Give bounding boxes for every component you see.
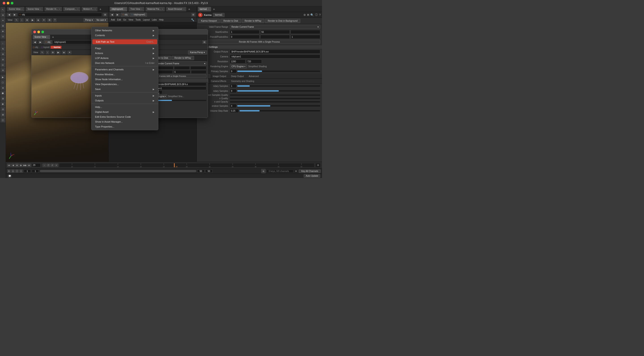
cm-lop-actions[interactable]: LOP Actions ▶	[92, 56, 158, 60]
cm-actions[interactable]: Actions ▶	[92, 51, 158, 56]
cm-flags[interactable]: Flags ▶	[92, 46, 158, 51]
next-frame-btn[interactable]: ▶▶	[23, 164, 27, 167]
view-btn-5[interactable]: ◈	[36, 18, 41, 22]
btn-render-mplay[interactable]: Render to MPlay	[242, 19, 264, 23]
tab-composit[interactable]: Composit... ×	[63, 7, 80, 12]
tool-3[interactable]: ✦	[0, 18, 5, 23]
tool-20[interactable]: ⊠	[0, 112, 5, 117]
kw-vfr-dropdown[interactable]: Render Current Frame ▾	[156, 61, 206, 65]
kw-view-btn6[interactable]: ✦	[67, 50, 72, 55]
tab-geometry-shading[interactable]: Geometry and Shading	[229, 79, 257, 83]
tool-8[interactable]: ⇅	[0, 46, 5, 51]
kw-path-obj[interactable]: ⬡ obj	[44, 40, 52, 44]
add-tab-icon[interactable]: +	[98, 7, 102, 11]
channel-keys-btn[interactable]: ⊕	[261, 169, 266, 173]
tab-scene-view-1[interactable]: Scene View ×	[7, 7, 24, 12]
middle-path-ropnet[interactable]: ⬡ /obj/ropnet1	[130, 13, 147, 17]
tool-19[interactable]: ⊟	[0, 107, 5, 112]
close-icon[interactable]: ×	[59, 8, 60, 10]
tab-asset-browser[interactable]: Asset Browser ×	[166, 7, 186, 12]
inc-val[interactable]	[290, 30, 320, 34]
preroll-v2[interactable]	[260, 35, 290, 39]
auto-update-button[interactable]: Auto Update	[304, 174, 320, 178]
middle-nav-fwd[interactable]: ▶	[115, 12, 120, 17]
cm-show-asset-mgr[interactable]: Show in Asset Manager...	[92, 119, 158, 124]
tool-10[interactable]: ⊛	[0, 57, 5, 62]
close-icon[interactable]: ×	[22, 8, 22, 10]
btn-render-background[interactable]: Render to Disk in Background	[265, 19, 300, 23]
cm-preview-window[interactable]: Preview Window...	[92, 72, 158, 77]
primary-samples-slider[interactable]	[237, 71, 320, 72]
volume-step-slider[interactable]	[240, 110, 320, 111]
close-icon[interactable]: ×	[124, 8, 126, 10]
kw-se-3[interactable]	[190, 66, 206, 70]
menu-edit[interactable]: Edit	[116, 18, 122, 21]
range-end-2[interactable]: 50	[205, 169, 212, 173]
audio-btn[interactable]: ♪	[42, 164, 46, 167]
frame-range-start[interactable]: 1	[24, 169, 31, 173]
frame-range-slider[interactable]	[40, 170, 196, 172]
persp-dropdown[interactable]: Persp ▾	[84, 18, 94, 22]
view-btn-1[interactable]: ↖	[14, 18, 19, 22]
kw-pr-3[interactable]	[191, 70, 206, 74]
tab-karma1[interactable]: karma1 ×	[198, 7, 211, 12]
close-icon[interactable]: ×	[183, 8, 184, 10]
view-btn-7[interactable]: ⚙	[47, 18, 52, 22]
kw-tab-scene-view[interactable]: Scene View ×	[32, 35, 50, 39]
current-frame-input[interactable]: 29	[32, 163, 41, 167]
tab-material-pal[interactable]: Material Pal... ×	[145, 7, 165, 12]
cm-edit-extra[interactable]: Edit Extra Sections Source Code	[92, 114, 158, 119]
menu-layout[interactable]: Layout	[142, 18, 150, 21]
view-btn-6[interactable]: ✦	[41, 18, 46, 22]
cm-type-props[interactable]: Type Properties...	[92, 124, 158, 129]
tool-6[interactable]: ⊙	[0, 34, 5, 39]
anim-btn[interactable]: ⬡	[15, 169, 19, 173]
cm-edit-path[interactable]: Edit Path as Text Cmd+L	[92, 39, 157, 44]
end-val[interactable]: 56	[260, 30, 290, 34]
kw-cam-val[interactable]: /obj/cam1	[151, 86, 206, 90]
tab-ropnet[interactable]: /obj/ropnet1 ×	[110, 7, 128, 12]
primary-samples-val[interactable]: 9	[230, 69, 236, 73]
gear-icon[interactable]: ⚙	[304, 13, 306, 16]
cm-digital-asset[interactable]: Digital Asset ▶	[92, 109, 158, 114]
start-val[interactable]: 1	[230, 30, 260, 34]
kw-nav-fwd[interactable]: ▶	[38, 40, 43, 44]
quality-slider[interactable]	[230, 98, 320, 99]
menu-help[interactable]: Help	[158, 18, 164, 21]
kw-ps-slider[interactable]	[157, 100, 206, 101]
cm-params-channels[interactable]: Parameters and Channels ▶	[92, 67, 158, 72]
boundary-samples-1-slider[interactable]	[237, 85, 320, 87]
kw-nav-back[interactable]: ◀	[32, 40, 37, 44]
karma-node-name[interactable]: karma1	[213, 13, 224, 17]
middle-path-obj[interactable]: ⬡ obj	[121, 13, 129, 17]
realtime-btn[interactable]: ⏱	[46, 164, 50, 167]
tool-2[interactable]: ⊕	[0, 12, 5, 17]
settings-btn[interactable]: ≡	[54, 164, 58, 167]
tool-4[interactable]: ⊞	[0, 23, 5, 28]
close-button[interactable]	[3, 2, 5, 4]
cm-contents[interactable]: Contents ▶	[92, 33, 158, 38]
close-icon[interactable]: ×	[141, 8, 142, 10]
middle-nav-back[interactable]: ◀	[110, 12, 114, 17]
color-opacity-slider[interactable]	[230, 101, 320, 103]
kw-view-btn1[interactable]: ↖	[40, 50, 45, 55]
output-picture-val[interactable]: $HIP/render/$HIPNAME.$OS.$F4.exr	[230, 50, 320, 54]
karma-window-close[interactable]	[33, 31, 36, 33]
timeline-ruler[interactable]: 20 22 24 26 28 29	[59, 163, 314, 168]
kw-pr-2[interactable]: 6	[173, 70, 190, 74]
cm-outputs[interactable]: Outputs ▶	[92, 98, 158, 103]
tool-21[interactable]: ◫	[0, 118, 5, 122]
menu-labs[interactable]: Labs	[151, 18, 158, 21]
keys-chevron-icon[interactable]: ▾	[294, 169, 298, 173]
btn-render-disk[interactable]: Render to Disk	[220, 19, 241, 23]
loop-btn[interactable]: ↺	[50, 164, 54, 167]
kw-bc-lopnet[interactable]: ⬡ lopnet	[41, 46, 50, 48]
preroll-v3[interactable]: 1	[290, 35, 320, 39]
cm-other-networks[interactable]: Other Networks ▶	[92, 28, 158, 33]
tab-advanced[interactable]: Advanced	[246, 74, 261, 78]
kw-add-tab[interactable]: +	[51, 35, 55, 39]
kw-view-btn3[interactable]: ⊕	[50, 50, 55, 55]
kw-op-val[interactable]: $HIP/render/$HIPNAME.$OS.$F4.e	[151, 82, 206, 86]
tool-5[interactable]: ◈	[0, 29, 5, 33]
cm-inputs[interactable]: Inputs ▶	[92, 93, 158, 98]
